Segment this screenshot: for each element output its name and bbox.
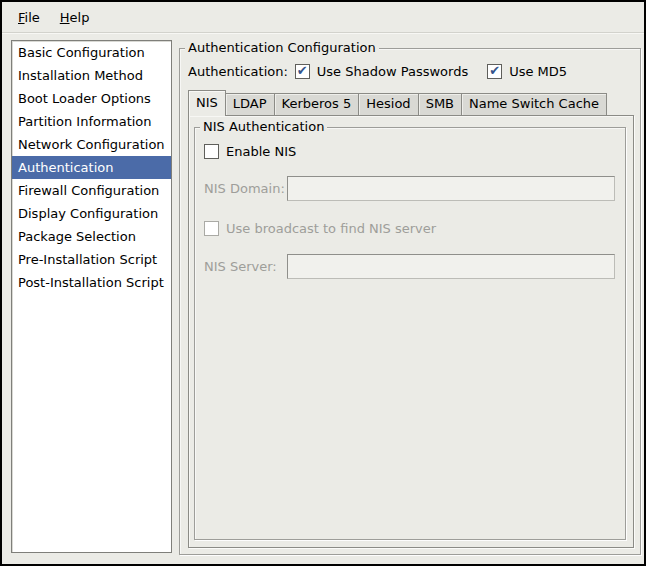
authentication-options-row: Authentication: ✔ Use Shadow Passwords ✔…	[188, 62, 567, 80]
authentication-configuration-frame: Authentication Configuration Authenticat…	[179, 48, 641, 555]
nis-domain-row: NIS Domain:	[204, 176, 625, 201]
checkbox-box	[204, 144, 219, 159]
sidebar-item-boot-loader-options[interactable]: Boot Loader Options	[12, 87, 171, 110]
use-shadow-passwords-checkbox[interactable]: ✔ Use Shadow Passwords	[295, 64, 468, 79]
authentication-configuration-frame-title: Authentication Configuration	[185, 40, 379, 55]
tab-kerberos-5[interactable]: Kerberos 5	[274, 93, 360, 115]
nis-authentication-frame: NIS Authentication Enable NIS NIS Domain…	[194, 127, 626, 540]
use-broadcast-label: Use broadcast to find NIS server	[226, 221, 436, 236]
menu-file-label: File	[18, 10, 40, 25]
nis-domain-label: NIS Domain:	[204, 181, 287, 196]
menu-help-label: Help	[60, 10, 90, 25]
menu-file[interactable]: File	[8, 5, 50, 30]
authentication-label: Authentication:	[188, 64, 288, 79]
checkbox-box: ✔	[295, 64, 310, 79]
use-md5-label: Use MD5	[509, 64, 567, 79]
tab-nis[interactable]: NIS	[188, 90, 226, 116]
tab-hesiod[interactable]: Hesiod	[358, 93, 418, 115]
sidebar-item-authentication[interactable]: Authentication	[12, 156, 171, 179]
section-list: Basic Configuration Installation Method …	[11, 40, 172, 553]
sidebar-item-network-configuration[interactable]: Network Configuration	[12, 133, 171, 156]
enable-nis-checkbox[interactable]: Enable NIS	[204, 143, 625, 159]
nis-server-row: NIS Server:	[204, 254, 625, 279]
nis-authentication-frame-title: NIS Authentication	[200, 119, 327, 134]
use-broadcast-checkbox: Use broadcast to find NIS server	[204, 220, 625, 236]
sidebar-item-basic-configuration[interactable]: Basic Configuration	[12, 41, 171, 64]
checkmark-icon: ✔	[297, 64, 308, 77]
enable-nis-label: Enable NIS	[226, 144, 296, 159]
use-shadow-passwords-label: Use Shadow Passwords	[317, 64, 468, 79]
nis-server-input	[287, 254, 615, 279]
tab-bar: NIS LDAP Kerberos 5 Hesiod SMB Name Swit…	[188, 90, 634, 115]
sidebar-item-pre-installation-script[interactable]: Pre-Installation Script	[12, 248, 171, 271]
tab-ldap[interactable]: LDAP	[225, 93, 275, 115]
checkbox-box	[204, 221, 219, 236]
use-md5-checkbox[interactable]: ✔ Use MD5	[487, 64, 567, 79]
sidebar-item-installation-method[interactable]: Installation Method	[12, 64, 171, 87]
sidebar-item-package-selection[interactable]: Package Selection	[12, 225, 171, 248]
menu-bar: File Help	[2, 2, 644, 33]
tab-name-switch-cache[interactable]: Name Switch Cache	[461, 93, 607, 115]
authentication-notebook: NIS LDAP Kerberos 5 Hesiod SMB Name Swit…	[188, 90, 634, 548]
sidebar-item-display-configuration[interactable]: Display Configuration	[12, 202, 171, 225]
checkbox-box: ✔	[487, 64, 502, 79]
nis-tab-panel: NIS Authentication Enable NIS NIS Domain…	[188, 115, 634, 548]
nis-domain-input	[287, 176, 615, 201]
nis-form: Enable NIS NIS Domain: Use broadcast to …	[195, 128, 625, 279]
kickstart-configurator-window: File Help Basic Configuration Installati…	[0, 0, 646, 566]
menu-help[interactable]: Help	[50, 5, 100, 30]
sidebar-item-partition-information[interactable]: Partition Information	[12, 110, 171, 133]
tab-smb[interactable]: SMB	[418, 93, 462, 115]
nis-server-label: NIS Server:	[204, 259, 287, 274]
sidebar-item-firewall-configuration[interactable]: Firewall Configuration	[12, 179, 171, 202]
checkmark-icon: ✔	[489, 64, 500, 77]
sidebar-item-post-installation-script[interactable]: Post-Installation Script	[12, 271, 171, 294]
